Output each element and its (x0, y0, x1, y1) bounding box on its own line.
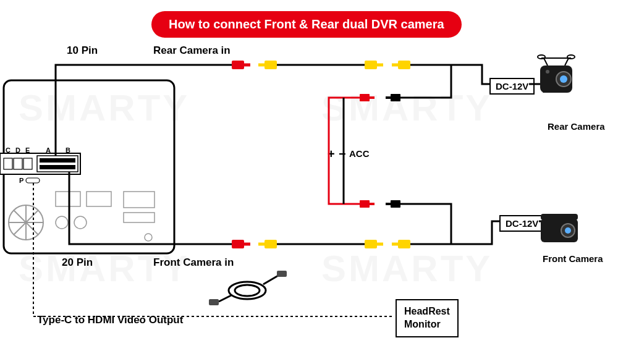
svg-point-23 (9, 205, 43, 240)
label-typec: Type-C to HDMI Video Output (37, 314, 183, 326)
acc-minus-icon: − (339, 147, 346, 161)
label-10pin: 10 Pin (67, 44, 98, 57)
svg-point-34 (145, 234, 152, 241)
svg-text:C: C (6, 146, 11, 154)
svg-rect-13 (4, 158, 12, 169)
svg-text:A: A (46, 146, 51, 154)
svg-rect-16 (26, 178, 40, 183)
svg-line-27 (14, 210, 38, 235)
label-20pin: 20 Pin (62, 256, 93, 269)
svg-line-26 (14, 210, 38, 235)
label-dc12v-bottom: DC-12V (499, 215, 544, 232)
svg-point-35 (229, 282, 266, 299)
label-front-in: Front Camera in (153, 256, 234, 269)
svg-rect-12 (40, 165, 75, 169)
hdmi-cable-icon (209, 271, 287, 305)
label-dc12v-top: DC-12V (489, 78, 535, 95)
svg-rect-10 (37, 156, 78, 172)
svg-rect-44 (541, 214, 578, 220)
svg-rect-15 (23, 158, 32, 169)
front-camera-icon (541, 214, 578, 242)
label-rear-camera: Rear Camera (548, 121, 605, 132)
svg-point-31 (74, 216, 87, 229)
headrest-monitor-box: HeadRest Monitor (396, 299, 459, 337)
svg-point-40 (556, 72, 571, 87)
svg-point-46 (565, 227, 571, 234)
svg-text:E: E (25, 146, 30, 154)
svg-rect-29 (87, 192, 111, 206)
svg-rect-33 (124, 213, 154, 222)
watermark: SMARTY (321, 87, 493, 129)
svg-rect-14 (14, 158, 22, 169)
diagram-title: How to connect Front & Rear dual DVR cam… (151, 11, 462, 38)
watermark: SMARTY (321, 247, 493, 290)
svg-rect-37 (277, 271, 287, 277)
svg-rect-9 (0, 153, 80, 174)
svg-point-41 (560, 75, 567, 83)
watermark: SMARTY (19, 87, 190, 129)
label-rear-in: Rear Camera in (153, 44, 231, 57)
svg-rect-8 (4, 80, 174, 253)
svg-point-30 (56, 216, 68, 229)
headrest-line1: HeadRest (404, 306, 450, 316)
acc-plus-icon: + (328, 147, 335, 161)
svg-point-36 (235, 285, 260, 296)
svg-rect-28 (56, 192, 80, 206)
svg-rect-43 (541, 219, 578, 242)
svg-rect-32 (124, 192, 154, 208)
svg-text:D: D (15, 146, 20, 154)
headrest-line2: Monitor (404, 319, 441, 329)
svg-text:P: P (19, 177, 23, 184)
label-acc: ACC (349, 148, 370, 159)
svg-point-42 (546, 70, 549, 74)
head-unit-icon: C D E A B P (0, 80, 174, 253)
svg-rect-39 (540, 66, 572, 93)
svg-point-45 (561, 224, 575, 237)
rear-camera-icon (538, 55, 575, 93)
svg-text:B: B (66, 146, 70, 154)
label-front-camera: Front Camera (543, 253, 603, 264)
svg-rect-38 (209, 299, 219, 305)
svg-rect-11 (40, 158, 75, 163)
